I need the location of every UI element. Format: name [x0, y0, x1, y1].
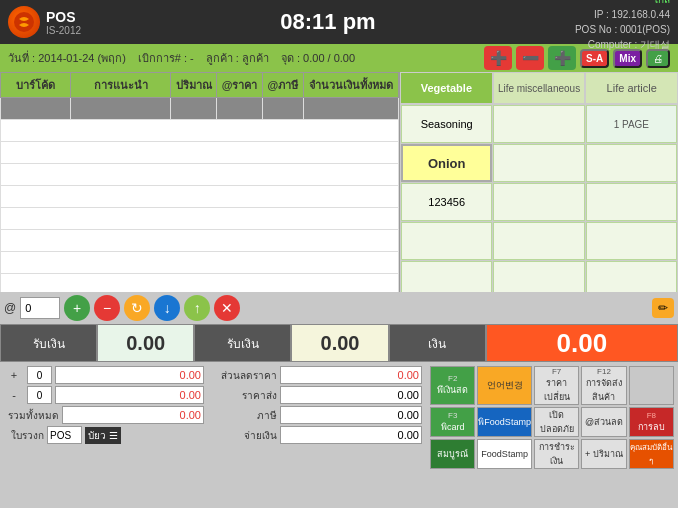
product-empty-11: [586, 261, 677, 292]
up-icon-button[interactable]: ↑: [184, 295, 210, 321]
cash-value: 0.00: [486, 324, 678, 362]
cash-row: จ่ายเงิน: [212, 426, 422, 444]
ip-info: IP : 192.168.0.44: [575, 7, 670, 22]
calc-panel: + - รวมทั้งหมด ใบรวงก บัยว ☰: [0, 362, 208, 466]
tab-life-article[interactable]: Life article: [585, 72, 678, 104]
close-icon-button[interactable]: ✕: [214, 295, 240, 321]
action-safe-open-btn[interactable]: เปิดปลอดภัย: [534, 407, 579, 437]
product-empty-9: [401, 261, 492, 292]
table-row[interactable]: [1, 186, 399, 208]
action-delivery-btn[interactable]: F12 การจัดส่งสินค้า: [581, 366, 626, 405]
product-seasoning[interactable]: Seasoning: [401, 105, 492, 143]
sa-button[interactable]: S-A: [580, 49, 609, 68]
search-input[interactable]: [20, 297, 60, 319]
product-onion[interactable]: Onion: [401, 144, 492, 182]
action-foodstamp-btn[interactable]: FoodStamp: [477, 439, 532, 469]
date-label: วันที่ : 2014-01-24 (พฤก): [8, 49, 126, 67]
product-page-1[interactable]: 1 PAGE: [586, 105, 677, 143]
toolbar: @ + − ↻ ↓ ↑ ✕ ✏: [0, 292, 678, 324]
point-label: จุด : 0.00 / 0.00: [281, 49, 355, 67]
add-button[interactable]: ➕: [548, 46, 576, 70]
action-cash-btn[interactable]: F2 พึเงินสด: [430, 366, 475, 405]
minus-qty-input[interactable]: [27, 386, 52, 404]
plus-qty-input[interactable]: [27, 366, 52, 384]
print-button[interactable]: 🖨: [646, 49, 670, 68]
app-subtitle: IS-2012: [46, 25, 81, 36]
vat-label: ภาษี: [212, 408, 277, 423]
status-bar: วันที่ : 2014-01-24 (พฤก) เบิกการ# : - ล…: [0, 44, 678, 72]
action-foodstamp-pay-btn[interactable]: พิFoodStamp: [477, 407, 532, 437]
action-price-change-btn[interactable]: F7 ราคาเปลี่ยน: [534, 366, 579, 405]
discount-value[interactable]: [280, 366, 422, 384]
product-empty-1: [493, 105, 584, 143]
order-table: บาร์โค้ด การแนะนำ ปริมาณ @ราคา @ภาษี จำน…: [0, 72, 399, 292]
table-row[interactable]: [1, 98, 399, 120]
table-row[interactable]: [1, 274, 399, 293]
plus-amount-input[interactable]: [55, 366, 204, 384]
table-row[interactable]: [1, 164, 399, 186]
category-tabs: Vegetable Life miscellaneous Life articl…: [400, 72, 678, 104]
action-payment-btn[interactable]: การชำระเงิน: [534, 439, 579, 469]
tax-panel: ส่วนลดราคา ราคาส่ง ภาษี จ่ายเงิน: [208, 362, 426, 466]
refresh-icon-button[interactable]: ↻: [124, 295, 150, 321]
discount-row: ส่วนลดราคา: [212, 366, 422, 384]
minus-button[interactable]: ➕: [484, 46, 512, 70]
total-label: รวมทั้งหมด: [4, 408, 59, 423]
col-total: จำนวนเงินทั้งหมด: [303, 73, 398, 98]
down-icon-button[interactable]: ↓: [154, 295, 180, 321]
cash-value-input[interactable]: [280, 426, 422, 444]
action-discount-btn[interactable]: @ส่วนลด: [581, 407, 626, 437]
minus-row: -: [4, 386, 204, 404]
action-complete-btn[interactable]: สมบูรณ์: [430, 439, 475, 469]
plus-row: +: [4, 366, 204, 384]
table-row[interactable]: [1, 230, 399, 252]
total-amount-input[interactable]: [62, 406, 204, 424]
order-panel: บาร์โค้ด การแนะนำ ปริมาณ @ราคา @ภาษี จำน…: [0, 72, 400, 292]
minus-label: -: [4, 389, 24, 401]
col-price: @ราคา: [217, 73, 263, 98]
status-label: ใกล้: [575, 0, 670, 7]
plus-label: +: [4, 369, 24, 381]
mx-button[interactable]: Mix: [613, 49, 642, 68]
tab-life-misc[interactable]: Life miscellaneous: [493, 72, 586, 104]
logo-icon: [8, 6, 40, 38]
table-row[interactable]: [1, 252, 399, 274]
product-empty-3: [586, 144, 677, 182]
receive-value-1: 0.00: [97, 324, 194, 362]
delete-button[interactable]: ➖: [516, 46, 544, 70]
edit-pencil-button[interactable]: ✏: [652, 298, 674, 318]
svg-point-0: [14, 12, 34, 32]
table-row[interactable]: [1, 208, 399, 230]
action-qty-btn[interactable]: + ปริมาณ: [581, 439, 626, 469]
col-barcode: บาร์โค้ด: [1, 73, 71, 98]
vat-row: ภาษี: [212, 406, 422, 424]
product-empty-5: [586, 183, 677, 221]
customer-label: ลูกค้า : ลูกค้า: [206, 49, 269, 67]
product-empty-10: [493, 261, 584, 292]
action-language-btn[interactable]: 언어변경: [477, 366, 532, 405]
product-empty-2: [493, 144, 584, 182]
add-icon-button[interactable]: +: [64, 295, 90, 321]
action-more-btn[interactable]: คุณสมบัติอื่น ๆ: [629, 439, 674, 469]
discount-label: ส่วนลดราคา: [212, 368, 277, 383]
tab-vegetable[interactable]: Vegetable: [400, 72, 493, 104]
action-delete-btn[interactable]: F8 การลบ: [629, 407, 674, 437]
minus-icon-button[interactable]: −: [94, 295, 120, 321]
action-card-btn[interactable]: F3 พิcard: [430, 407, 475, 437]
amount-section: รับเงิน 0.00 รับเงิน 0.00 เงิน 0.00: [0, 324, 678, 362]
vat-value[interactable]: [280, 406, 422, 424]
send-value[interactable]: [280, 386, 422, 404]
product-grid: Seasoning 1 PAGE Onion 123456 1 PAGE: [400, 104, 678, 292]
table-row[interactable]: [1, 120, 399, 142]
product-empty-6: [401, 222, 492, 260]
receive-label-1: รับเงิน: [0, 324, 97, 362]
product-123456[interactable]: 123456: [401, 183, 492, 221]
minus-amount-input[interactable]: [55, 386, 204, 404]
table-row[interactable]: [1, 142, 399, 164]
cash-label-2: จ่ายเงิน: [212, 428, 277, 443]
status-right-buttons: ➕ ➖ ➕ S-A Mix 🖨: [484, 46, 670, 70]
receipt-type-input[interactable]: [47, 426, 82, 444]
receipt-row: ใบรวงก บัยว ☰: [4, 426, 204, 444]
action-panel: F2 พึเงินสด 언어변경 F7 ราคาเปลี่ยน F12 การจ…: [426, 362, 678, 466]
receive-label-2: รับเงิน: [194, 324, 291, 362]
